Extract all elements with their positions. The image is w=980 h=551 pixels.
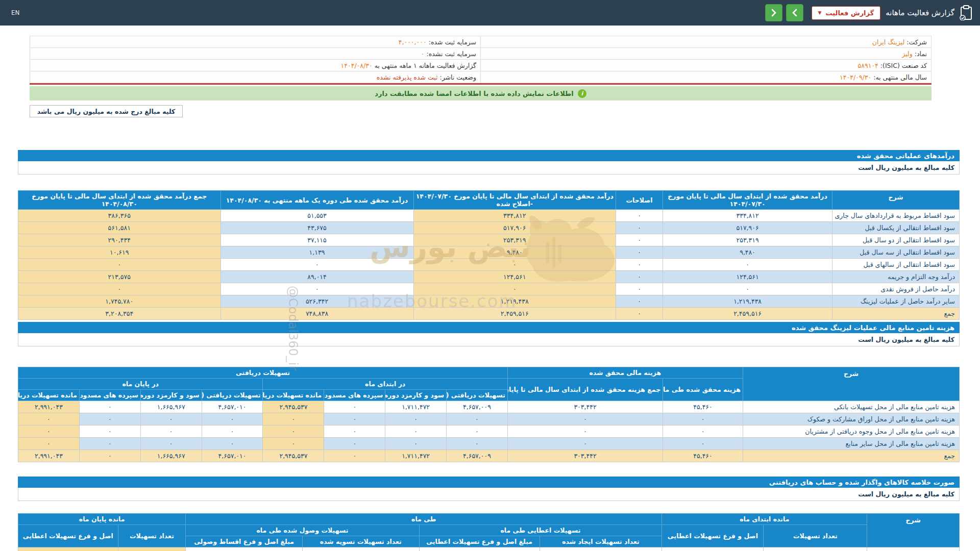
unit-note: کلیه مبالغ به میلیون ریال است bbox=[18, 161, 960, 174]
company-name: لیزینگ ایران bbox=[872, 38, 904, 46]
col-blocked-deposits-begin: سپرده های مسدودی bbox=[324, 390, 385, 401]
table-row: سود اقساط انتقالی از دو سال قبل۲۵۳,۳۱۹۰۲… bbox=[18, 234, 960, 246]
report-header: شرکت: لیزینگ ایران سرمایه ثبت شده: ۴,۰۰۰… bbox=[30, 36, 932, 117]
col-blocked-deposits-end: سپرده های مسدودی bbox=[79, 390, 140, 401]
table-row: درآمد وجه التزام و جریمه۱۲۴,۵۶۱۰۱۲۴,۵۶۱۸… bbox=[18, 271, 960, 283]
section-title-operating-income: درآمدهای عملیاتی محقق شده bbox=[18, 150, 960, 161]
chevron-left-icon bbox=[792, 9, 798, 17]
col-cost-month: هزینه محقق شده طی ماه bbox=[663, 379, 743, 401]
group-during-month: طی ماه bbox=[186, 514, 662, 525]
table-row: هزینه تامین منابع مالی از محل وجوه دریاف… bbox=[18, 425, 960, 438]
company-info-table: شرکت: لیزینگ ایران سرمایه ثبت شده: ۴,۰۰۰… bbox=[30, 36, 932, 83]
col-sharh: شرح bbox=[743, 367, 959, 401]
group-financial-cost: هزینه مالی محقق شده bbox=[507, 367, 743, 379]
total-row: جمع۲,۴۵۹,۵۱۶۰۲,۴۵۹,۵۱۶۷۴۸,۸۳۸۳,۲۰۸,۳۵۴ bbox=[18, 308, 960, 320]
ticker-symbol: ولیز bbox=[902, 50, 913, 58]
col-income-prev: درآمد محقق شده از ابتدای سال مالی تا پای… bbox=[663, 191, 832, 210]
registered-capital-row: سرمایه ثبت شده: ۴,۰۰۰,۰۰۰ bbox=[30, 36, 481, 48]
chevron-down-icon: ▼ bbox=[818, 10, 822, 15]
section-title-financing-cost: هزینه تامین منابع مالی عملیات لیزینگ محق… bbox=[18, 322, 960, 333]
fiscal-year-row: سال مالی منتهی به: ۱۴۰۴/۰۹/۳۰ bbox=[481, 71, 932, 83]
table-row: سایر درآمد حاصل از عملیات لیزینگ۱,۲۱۹,۴۳… bbox=[18, 295, 960, 308]
table-row: سود اقساط انتقالی از سه سال قبل۹,۴۸۰۰۹,۴… bbox=[18, 246, 960, 259]
group-granted: تسهیلات اعطایی طی ماه bbox=[419, 525, 662, 536]
amounts-unit-box: کلیه مبالغ درج شده به میلیون ریال می باش… bbox=[30, 105, 183, 117]
report-period-row: گزارش فعالیت ماهانه ۱ ماهه منتهی به ۱۴۰۴… bbox=[30, 60, 481, 71]
financing-cost-table: شرح هزینه مالی محقق شده تسهیلات دریافتی … bbox=[18, 367, 960, 462]
col-future-interest-end: سود و کارمزد دوره های آتی bbox=[140, 390, 202, 401]
unregistered-capital-row: سرمایه ثبت نشده: ۰ bbox=[30, 48, 481, 60]
prev-report-button[interactable] bbox=[786, 4, 803, 21]
table-row: درآمد حاصل از فروش نقدی۰۰۰۰۰ bbox=[18, 283, 960, 295]
next-report-button[interactable] bbox=[765, 4, 782, 21]
col-fac-principal-begin: تسهیلات دریافتی (اصل و فرع) bbox=[447, 390, 508, 401]
table-row: سود اقساط انتقالی از یکسال قبل۵۱۷,۹۰۶۰۵۱… bbox=[18, 222, 960, 234]
col-principal-begin: اصل و فرع تسهیلات اعطایی bbox=[662, 525, 764, 547]
clipboard-icon bbox=[960, 5, 973, 20]
unit-note: کلیه مبالغ به میلیون ریال است bbox=[18, 333, 960, 346]
table-row: سود اقساط مربوط به قراردادهای سال جاری۳۳… bbox=[18, 210, 960, 222]
col-income-adjusted: درآمد محقق شده از ابتدای سال مالی تا پای… bbox=[413, 191, 616, 210]
col-fac-principal-end: تسهیلات دریافتی (اصل و فرع) bbox=[202, 390, 263, 401]
col-fac-balance-begin: مانده تسهیلات دریافتی bbox=[263, 390, 324, 401]
col-fac-balance-end: مانده تسهیلات دریافتی bbox=[18, 390, 80, 401]
group-end-balance: مانده پایان ماه bbox=[18, 514, 186, 525]
col-count-created: تعداد تسهیلات ایجاد شده bbox=[540, 536, 662, 547]
table-row-partial bbox=[18, 547, 960, 551]
col-amount-collected: مبلغ اصل و فرع اقساط وصولی bbox=[186, 536, 303, 547]
chevron-right-icon bbox=[771, 9, 777, 17]
col-income-total: جمع درآمد محقق شده از ابتدای سال مالی تا… bbox=[18, 191, 221, 210]
page-title: گزارش فعالیت ماهانه bbox=[886, 8, 954, 17]
isic-row: کد صنعت (ISIC): ۵۸۹۱۰۴ bbox=[481, 60, 932, 71]
group-facilities: تسهیلات دریافتی bbox=[18, 367, 508, 379]
group-collected: تسهیلات وصول شده طی ماه bbox=[186, 525, 419, 536]
group-begin-balance: مانده ابتدای ماه bbox=[662, 514, 867, 525]
issuer-status-row: وضعیت ناشر: ثبت شده پذیرفته نشده bbox=[30, 71, 481, 83]
col-future-interest-begin: سود و کارمزد دوره های آتی bbox=[385, 390, 447, 401]
language-switch[interactable]: EN bbox=[11, 9, 20, 16]
table-row: هزینه تامین منابع مالی از محل تسهیلات با… bbox=[18, 401, 960, 413]
company-row: شرکت: لیزینگ ایران bbox=[481, 36, 932, 48]
col-principal-end: اصل و فرع تسهیلات اعطایی bbox=[18, 525, 118, 547]
col-amount-granted: مبلغ اصل و فرع تسهیلات اعطایی bbox=[419, 536, 540, 547]
total-row: جمع۴۵,۴۶۰۳۰۳,۴۴۲۴,۶۵۷,۰۰۹۱,۷۱۱,۴۷۲۰۲,۹۴۵… bbox=[18, 450, 960, 462]
col-adjustments: اصلاحات bbox=[616, 191, 663, 210]
operating-income-table: شرح درآمد محقق شده از ابتدای سال مالی تا… bbox=[18, 190, 960, 320]
group-begin-month: در ابتدای ماه bbox=[263, 379, 507, 390]
section-title-goods-receivables: صورت خلاصه کالاهای واگذار شده و حساب های… bbox=[18, 477, 960, 488]
group-end-month: در پایان ماه bbox=[18, 379, 263, 390]
col-count-end: تعداد تسهیلات bbox=[118, 525, 186, 547]
table-row: هزینه تامین منابع مالی از محل اوراق مشار… bbox=[18, 413, 960, 425]
table-row: هزینه تامین منابع مالی از محل سایر منابع… bbox=[18, 438, 960, 450]
col-cost-total: جمع هزینه محقق شده از ابتدای سال مالی تا… bbox=[507, 379, 663, 401]
report-type-label: گزارش فعالیت bbox=[825, 9, 874, 17]
top-navbar: گزارش فعالیت ماهانه گزارش فعالیت ▼ EN bbox=[0, 0, 980, 26]
symbol-row: نماد: ولیز bbox=[481, 48, 932, 60]
table-row: سود اقساط انتقالی از سالهای قبل۰۰۰۰۰ bbox=[18, 259, 960, 271]
goods-receivables-table: شرح مانده ابتدای ماه طی ماه مانده پایان … bbox=[18, 513, 960, 551]
col-income-month: درآمد محقق شده طی دوره یک ماهه منتهی به … bbox=[220, 191, 413, 210]
info-icon: i bbox=[578, 89, 586, 98]
col-count-begin: تعداد تسهیلات bbox=[764, 525, 867, 547]
report-type-dropdown[interactable]: گزارش فعالیت ▼ bbox=[812, 6, 881, 20]
col-count-settled: تعداد تسهیلات تسویه شده bbox=[302, 536, 419, 547]
col-sharh: شرح bbox=[867, 514, 960, 547]
red-divider bbox=[30, 83, 932, 85]
unit-note: کلیه مبالغ به میلیون ریال است bbox=[18, 488, 960, 501]
signature-match-banner: i اطلاعات نمایش داده شده با اطلاعات امضا… bbox=[30, 86, 932, 101]
col-sharh: شرح bbox=[832, 191, 960, 210]
